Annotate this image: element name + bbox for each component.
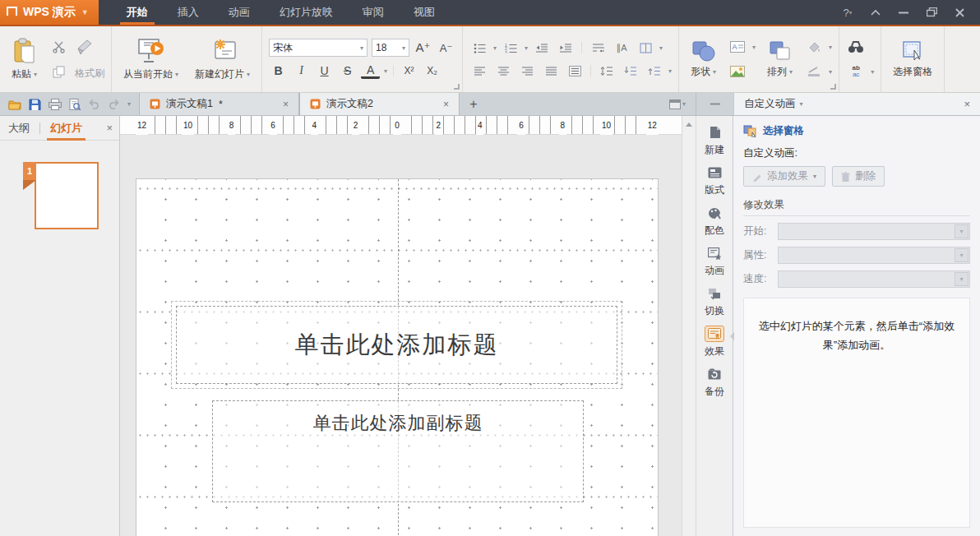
- replace-button[interactable]: ab ac: [846, 62, 866, 81]
- doc-tab-2[interactable]: 演示文稿2 ×: [299, 93, 460, 115]
- help-button[interactable]: ?▾: [835, 2, 860, 23]
- font-name-select[interactable]: 宋体▾: [269, 39, 368, 57]
- text-box-button[interactable]: A: [728, 38, 747, 56]
- collapse-ribbon-button[interactable]: [863, 2, 888, 23]
- hide-task-pane-button[interactable]: [696, 93, 733, 115]
- font-color-caret[interactable]: ▾: [384, 67, 387, 75]
- paste-button[interactable]: 粘贴▾: [7, 36, 42, 83]
- bold-button[interactable]: B: [269, 62, 288, 80]
- selection-pane-link[interactable]: 选择窗格: [743, 124, 970, 138]
- side-tool-effects[interactable]: 效果: [705, 326, 724, 358]
- task-pane-close-icon[interactable]: ×: [964, 98, 970, 110]
- font-size-select[interactable]: 18▾: [372, 39, 409, 57]
- app-menu-button[interactable]: WPS 演示 ▼: [0, 0, 99, 25]
- shapes-button[interactable]: 形状▾: [686, 39, 721, 81]
- side-tool-new[interactable]: 新建: [705, 124, 724, 157]
- copy-button[interactable]: [49, 62, 68, 81]
- superscript-button[interactable]: X²: [400, 62, 418, 80]
- close-button[interactable]: [947, 2, 972, 23]
- task-pane-switch-caret[interactable]: ▾: [800, 100, 803, 108]
- shrink-font-button[interactable]: A⁻: [437, 39, 455, 57]
- print-icon[interactable]: [49, 99, 62, 110]
- slides-tab[interactable]: 幻灯片: [49, 116, 84, 141]
- new-document-tab-button[interactable]: +: [460, 93, 488, 115]
- columns-button[interactable]: [636, 39, 655, 57]
- grow-font-button[interactable]: A⁺: [414, 39, 432, 57]
- slide-thumbnail-1[interactable]: 1: [35, 162, 99, 229]
- insert-picture-button[interactable]: [728, 62, 747, 81]
- side-tool-backup[interactable]: 备份: [705, 366, 724, 399]
- vertical-scrollbar[interactable]: [682, 116, 696, 536]
- side-tool-animation[interactable]: 动画: [705, 245, 724, 278]
- menu-tab-insert[interactable]: 插入: [163, 0, 214, 25]
- play-from-current-button[interactable]: 从当前开始▾: [118, 36, 183, 83]
- doc-tab-1[interactable]: 演示文稿1 * ×: [139, 93, 299, 115]
- menu-tab-view[interactable]: 视图: [399, 0, 450, 25]
- underline-button[interactable]: U: [315, 62, 334, 80]
- find-button[interactable]: [846, 38, 866, 56]
- arrange-button[interactable]: 排列▾: [762, 39, 797, 81]
- font-dialog-launcher-icon[interactable]: [454, 84, 460, 90]
- align-center-button[interactable]: [493, 62, 513, 80]
- selection-pane-button[interactable]: 选择窗格: [888, 39, 937, 81]
- add-effect-button[interactable]: 添加效果 ▾: [743, 166, 825, 187]
- drawing-dialog-launcher-icon[interactable]: [830, 84, 836, 90]
- doc-tab-2-close-icon[interactable]: ×: [443, 99, 449, 110]
- new-slide-button[interactable]: 新建幻灯片▾: [190, 36, 255, 83]
- distribute-button[interactable]: [565, 62, 585, 80]
- side-tool-transition[interactable]: 切换: [705, 285, 724, 318]
- italic-button[interactable]: I: [292, 62, 311, 80]
- start-select[interactable]: ▾: [778, 223, 970, 240]
- open-folder-icon[interactable]: [8, 99, 21, 110]
- undo-icon[interactable]: [88, 99, 100, 109]
- decrease-indent-button[interactable]: [532, 39, 552, 57]
- slide-editing-surface[interactable]: 单击此处添加标题 单击此处添加副标题: [136, 178, 659, 536]
- delete-effect-button[interactable]: 删除: [832, 166, 885, 187]
- increase-indent-button[interactable]: [556, 39, 576, 57]
- font-color-button[interactable]: A: [361, 62, 380, 79]
- justify-button[interactable]: [541, 62, 561, 80]
- redo-icon[interactable]: [108, 99, 120, 109]
- restore-button[interactable]: [919, 2, 944, 23]
- increase-paragraph-spacing-button[interactable]: [621, 62, 640, 80]
- text-direction-button[interactable]: ∥A: [612, 39, 631, 57]
- print-preview-icon[interactable]: [69, 99, 81, 110]
- tab-list-button[interactable]: ▾: [669, 93, 696, 115]
- menu-tab-animation[interactable]: 动画: [214, 0, 265, 25]
- side-tool-layout[interactable]: 版式: [705, 164, 724, 197]
- menu-tab-slideshow[interactable]: 幻灯片放映: [265, 0, 348, 25]
- shape-fill-button[interactable]: [804, 38, 824, 56]
- strikethrough-button[interactable]: S: [338, 62, 357, 80]
- doc-tab-1-close-icon[interactable]: ×: [283, 99, 289, 110]
- speed-select[interactable]: ▾: [778, 270, 970, 288]
- numbering-button[interactable]: 123: [501, 39, 520, 57]
- slides-panel-close-icon[interactable]: ×: [106, 122, 113, 134]
- property-field-label: 属性:: [743, 248, 771, 262]
- shape-outline-button[interactable]: [804, 62, 824, 81]
- title-placeholder[interactable]: 单击此处添加标题: [176, 306, 617, 384]
- align-right-button[interactable]: [517, 62, 537, 80]
- menu-tab-review[interactable]: 审阅: [348, 0, 399, 25]
- decrease-indent-icon: [535, 43, 548, 53]
- new-slide-icon: [209, 38, 237, 64]
- cut-button[interactable]: [49, 38, 68, 56]
- decrease-paragraph-spacing-button[interactable]: [645, 62, 664, 80]
- align-left-button[interactable]: [469, 62, 489, 80]
- subtitle-placeholder[interactable]: 单击此处添加副标题: [212, 400, 584, 502]
- format-painter-label[interactable]: 格式刷: [75, 67, 104, 81]
- text-wrap-button[interactable]: [588, 39, 608, 57]
- side-tool-color-scheme[interactable]: 配色: [705, 205, 724, 238]
- property-select[interactable]: ▾: [778, 247, 970, 264]
- scroll-up-button[interactable]: [683, 118, 696, 131]
- save-icon[interactable]: [29, 99, 41, 110]
- qat-more-caret[interactable]: ▾: [127, 100, 131, 108]
- minimize-button[interactable]: [891, 2, 916, 23]
- line-spacing-button[interactable]: [597, 62, 617, 80]
- subscript-button[interactable]: X₂: [423, 62, 441, 80]
- outline-tab[interactable]: 大纲: [7, 116, 31, 141]
- bullets-button[interactable]: [469, 39, 489, 57]
- format-painter-icon-button[interactable]: [75, 38, 95, 56]
- presentation-file-icon: [310, 99, 321, 109]
- menu-tab-home[interactable]: 开始: [112, 0, 163, 25]
- doc-tab-1-label: 演示文稿1: [166, 97, 213, 111]
